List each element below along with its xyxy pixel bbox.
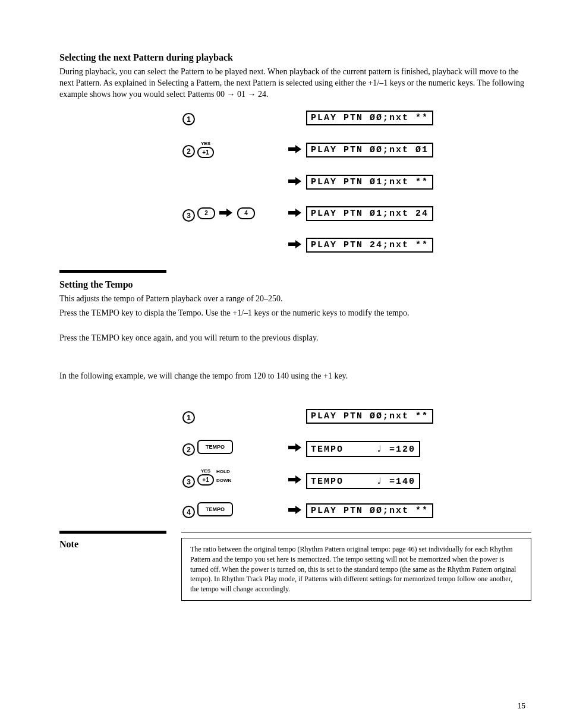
- plus1-key[interactable]: +1: [197, 474, 214, 486]
- step-marker: 4: [182, 506, 195, 518]
- plus1-key[interactable]: +1: [197, 147, 214, 158]
- section-heading: Setting the Tempo: [59, 279, 531, 290]
- note-box: The ratio between the original tempo (Rh…: [181, 538, 531, 601]
- arrow-right-icon: [288, 177, 301, 188]
- step-marker: 3: [182, 475, 195, 488]
- arrow-right-icon: [288, 145, 301, 156]
- tempo-key[interactable]: TEMPO: [197, 440, 233, 454]
- arrow-right-icon: [288, 506, 301, 516]
- section-heading: Note: [59, 539, 166, 550]
- lcd-display: PLAY PTN 24;nxt **: [306, 238, 433, 253]
- arrow-right-icon: [288, 475, 301, 486]
- note-text: The ratio between the original tempo (Rh…: [190, 545, 516, 593]
- divider: [59, 270, 166, 273]
- tempo-key[interactable]: TEMPO: [197, 502, 233, 516]
- page-number: 15: [518, 702, 525, 710]
- lcd-display: TEMPO ♩ =120: [306, 441, 420, 457]
- lcd-display: PLAY PTN Ø1;nxt **: [306, 175, 433, 190]
- section-paragraph: This adjusts the tempo of Pattern playba…: [59, 294, 531, 305]
- step-marker: 2: [182, 443, 195, 456]
- step-marker: 1: [182, 113, 195, 125]
- lcd-display: PLAY PTN ØØ;nxt **: [306, 409, 433, 424]
- lcd-display: PLAY PTN Ø1;nxt 24: [306, 206, 433, 221]
- numeric-key-2[interactable]: 2: [197, 207, 215, 219]
- key-label-top: YES: [197, 468, 214, 474]
- hold-label: HOLD: [216, 469, 231, 474]
- section-paragraph: In the following example, we will change…: [59, 371, 531, 382]
- lcd-display: PLAY PTN ØØ;nxt **: [306, 111, 433, 125]
- divider: [59, 531, 166, 534]
- down-label: DOWN: [216, 478, 231, 483]
- arrow-right-icon: [288, 209, 301, 219]
- lcd-display: TEMPO ♩ =140: [306, 473, 420, 489]
- section-heading: Selecting the next Pattern during playba…: [59, 52, 531, 63]
- numeric-key-4[interactable]: 4: [237, 207, 255, 219]
- arrow-right-icon: [219, 209, 232, 219]
- arrow-right-icon: [288, 443, 301, 454]
- step-marker: 1: [182, 411, 195, 424]
- section-paragraph: Press the TEMPO key once again, and you …: [59, 333, 531, 344]
- lcd-display: PLAY PTN ØØ;nxt **: [306, 503, 433, 518]
- key-label-top: YES: [197, 141, 214, 146]
- step-marker: 2: [182, 145, 195, 157]
- lcd-display: PLAY PTN ØØ;nxt Ø1: [306, 143, 433, 157]
- arrow-right-icon: [288, 240, 301, 251]
- section-paragraph: During playback, you can select the Patt…: [59, 67, 531, 100]
- step-marker: 3: [182, 209, 195, 222]
- section-paragraph: Press the TEMPO key to displa the Tempo.…: [59, 308, 531, 319]
- divider: [181, 532, 531, 532]
